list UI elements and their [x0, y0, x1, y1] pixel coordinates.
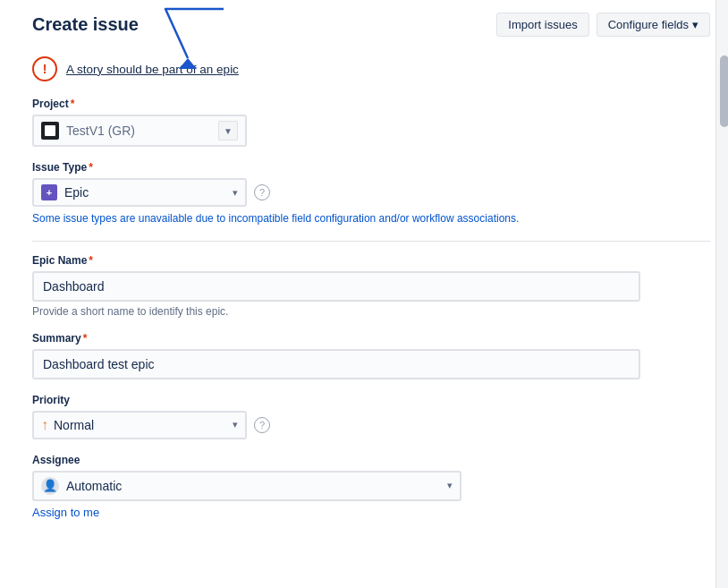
priority-icon: ↑ — [41, 417, 48, 433]
summary-label: Summary* — [32, 332, 710, 345]
project-logo-inner — [45, 125, 55, 136]
project-name: TestV1 (GR) — [66, 124, 218, 138]
page-title: Create issue — [32, 14, 139, 35]
configure-fields-chevron-icon: ▾ — [692, 18, 698, 31]
issue-type-chevron-icon: ▾ — [233, 187, 238, 199]
priority-help-icon[interactable]: ? — [254, 417, 270, 433]
epic-name-label: Epic Name* — [32, 254, 710, 267]
priority-value: Normal — [54, 418, 233, 432]
issue-type-field-group: Issue Type* + Epic ▾ ? Some issue types … — [32, 161, 710, 226]
scrollbar-thumb — [720, 55, 729, 127]
form-section: Project* TestV1 (GR) ▼ — [32, 98, 710, 519]
issue-type-select[interactable]: + Epic ▾ — [32, 178, 247, 207]
project-field-group: Project* TestV1 (GR) ▼ — [32, 98, 710, 147]
alert-banner: ! A story should be part of an epic — [32, 46, 710, 89]
epic-name-hint: Provide a short name to identify this ep… — [32, 305, 710, 318]
assign-me-link[interactable]: Assign to me — [32, 506, 99, 519]
user-icon: 👤 — [43, 479, 57, 492]
issue-type-help-icon[interactable]: ? — [254, 184, 270, 200]
project-dropdown-icon: ▼ — [224, 126, 233, 136]
priority-select[interactable]: ↑ Normal ▾ — [32, 411, 247, 439]
alert-message-prefix: A story should be part of an — [66, 63, 216, 76]
priority-field-group: Priority ↑ Normal ▾ ? — [32, 394, 710, 439]
divider — [32, 241, 710, 242]
assignee-label: Assignee — [32, 454, 710, 466]
epic-icon: + — [41, 184, 57, 200]
avatar: 👤 — [41, 477, 59, 495]
issue-type-note: Some issue types are unavailable due to … — [32, 211, 710, 226]
issue-type-value: Epic — [64, 185, 233, 200]
project-dropdown-button[interactable]: ▼ — [218, 121, 238, 141]
issue-type-required-star: * — [89, 161, 93, 174]
project-logo — [41, 122, 59, 140]
issue-type-label: Issue Type* — [32, 161, 710, 174]
priority-label: Priority — [32, 394, 710, 406]
summary-field-group: Summary* — [32, 332, 710, 379]
priority-chevron-icon: ▾ — [233, 419, 238, 430]
alert-message-link: epic — [216, 63, 239, 76]
alert-icon: ! — [32, 56, 57, 81]
header: Create issue Import issues Configure fie… — [0, 0, 728, 46]
header-actions: Import issues Configure fields ▾ — [496, 13, 710, 37]
assignee-value: Automatic — [66, 479, 447, 493]
epic-name-required-star: * — [89, 254, 93, 267]
project-label: Project* — [32, 98, 710, 110]
configure-fields-button[interactable]: Configure fields ▾ — [597, 13, 710, 37]
summary-input[interactable] — [32, 349, 640, 379]
assignee-chevron-icon: ▾ — [447, 480, 453, 491]
main-content: ! A story should be part of an epic Proj… — [0, 46, 728, 588]
epic-name-input[interactable] — [32, 271, 640, 302]
project-required-star: * — [71, 98, 75, 110]
page-container: Create issue Import issues Configure fie… — [0, 0, 728, 588]
epic-name-field-group: Epic Name* Provide a short name to ident… — [32, 254, 710, 318]
assignee-field-group: Assignee 👤 Automatic ▾ Assign to me — [32, 454, 710, 519]
scrollbar[interactable] — [715, 0, 728, 588]
configure-fields-label: Configure fields — [608, 18, 689, 31]
issue-type-row: + Epic ▾ ? — [32, 178, 710, 207]
assignee-select[interactable]: 👤 Automatic ▾ — [32, 471, 461, 501]
import-issues-button[interactable]: Import issues — [496, 13, 588, 37]
alert-text: A story should be part of an epic — [66, 63, 239, 76]
project-selector[interactable]: TestV1 (GR) ▼ — [32, 115, 247, 147]
summary-required-star: * — [83, 332, 88, 345]
priority-row: ↑ Normal ▾ ? — [32, 411, 710, 439]
